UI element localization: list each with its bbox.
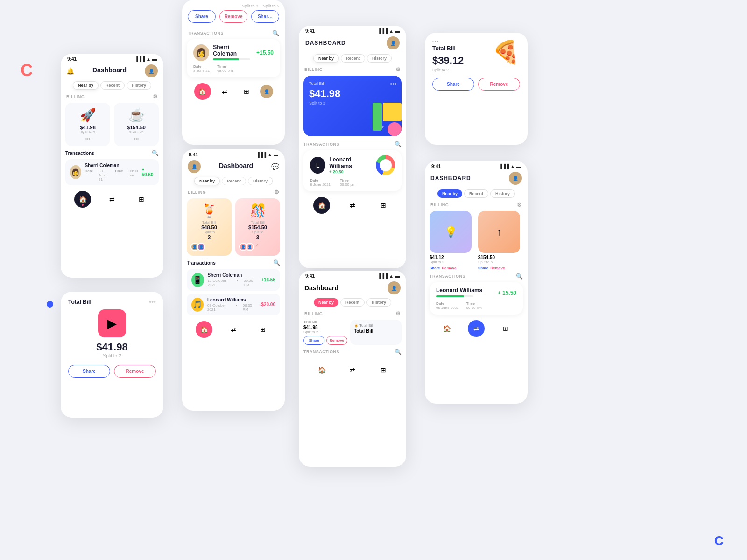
filter-icon-1[interactable]: ⚙ — [153, 93, 158, 100]
status-bar-8: 9:41 ▐▐▐ ▲ ▬ — [425, 161, 528, 170]
remove-8b[interactable]: Remove — [490, 266, 505, 270]
bill-split-num-4a: 2 — [190, 234, 228, 241]
tab-recent-6[interactable]: Recent — [340, 298, 365, 307]
nav-transfer-btn-1[interactable]: ⇄ — [104, 191, 120, 208]
nav-home-btn-3[interactable]: 🏠 — [194, 83, 211, 100]
nav-grid-btn-4[interactable]: ⊞ — [254, 321, 271, 338]
tab-nearby-5[interactable]: Near by — [313, 54, 339, 63]
txn-search-icon-1[interactable]: 🔍 — [152, 150, 159, 156]
filter-icon-5[interactable]: ⚙ — [395, 66, 401, 73]
deco-dot-1 — [47, 301, 53, 308]
tab-history-1[interactable]: History — [127, 81, 151, 90]
remove-button-3[interactable]: Remove — [219, 10, 247, 23]
wifi-6: ▲ — [389, 273, 394, 279]
txn-search-6[interactable]: 🔍 — [395, 349, 402, 355]
filter-icon-6[interactable]: ⚙ — [395, 310, 401, 317]
nav-grid-btn-3[interactable]: ⊞ — [238, 83, 255, 100]
avatar-4a2: 👤 — [197, 243, 205, 251]
tab-recent-5[interactable]: Recent — [341, 54, 365, 63]
tab-recent-4[interactable]: Recent — [222, 177, 246, 185]
tab-pills-1: Near by Recent History — [65, 81, 159, 90]
nav-home-btn-6[interactable]: 🏠 — [313, 362, 330, 378]
nav-grid-btn-5[interactable]: ⊞ — [375, 197, 392, 214]
txn-section-6: TRANSACTIONS 🔍 — [299, 349, 406, 355]
tab-recent-1[interactable]: Recent — [100, 81, 125, 90]
share-button-7[interactable]: Share — [432, 78, 474, 91]
total-bill-actions-2: Share Remove — [68, 365, 156, 378]
nav-home-btn-5[interactable]: 🏠 — [313, 197, 330, 214]
phone-card-2: Total Bill ••• ▶ $41.98 Split to 2 Share… — [61, 292, 163, 418]
bottom-nav-6: 🏠 ⇄ ⊞ — [299, 358, 406, 382]
remove-6a[interactable]: Remove — [326, 336, 347, 345]
bill-card-6a: Total Bill $41.98 Split to 2 Share Remov… — [303, 320, 347, 345]
remove-button-2[interactable]: Remove — [114, 365, 156, 378]
nav-transfer-btn-6[interactable]: ⇄ — [344, 362, 361, 378]
total-bill-icon-2: ▶ — [98, 309, 126, 337]
tab-history-6[interactable]: History — [366, 298, 391, 307]
tab-recent-8[interactable]: Recent — [464, 189, 488, 198]
status-icons-4: ▐▐▐ ▲ ▬ — [256, 152, 278, 157]
tab-history-4[interactable]: History — [248, 177, 273, 185]
nav-home-btn-8[interactable]: 🏠 — [438, 320, 455, 337]
status-bar-1: 9:41 ▐▐▐ ▲ ▬ — [61, 54, 163, 63]
remove-8a[interactable]: Remove — [442, 266, 456, 270]
avatar-6: 👤 — [388, 281, 401, 294]
nav-home-btn-1[interactable]: 🏠 — [74, 191, 91, 208]
txn-avatar-4b: 🎵 — [191, 298, 204, 312]
bill-amount-1b: $154.50 — [118, 125, 155, 130]
bell-button-1[interactable]: 🔔 — [66, 67, 74, 75]
donut-inner-5 — [380, 159, 392, 171]
txn-search-4[interactable]: 🔍 — [273, 259, 280, 266]
nav-grid-btn-8[interactable]: ⊞ — [497, 320, 514, 337]
nav-transfer-btn-4[interactable]: ⇄ — [225, 321, 242, 338]
total-bill-split-2: Split to 2 — [68, 353, 156, 358]
nav-grid-btn-1[interactable]: ⊞ — [133, 191, 150, 208]
share-button-2[interactable]: Share — [68, 365, 110, 378]
phone-header-4: 👤 Dashboard 💬 — [182, 158, 285, 175]
txn-search-8[interactable]: 🔍 — [516, 273, 523, 280]
bill-card-1a: 🚀 $41.98 Split to 2 ••• — [65, 103, 110, 146]
share-6a[interactable]: Share — [303, 336, 324, 345]
txn-info-4a: Sherri Coleman 11 October 2021 • 05:00 P… — [208, 273, 258, 287]
billing-row-1: 🚀 $41.98 Split to 2 ••• ☕ $154.50 Split … — [61, 103, 163, 146]
blue-card-shapes-5 — [373, 103, 402, 136]
status-bar-4: 9:41 ▐▐▐ ▲ ▬ — [182, 149, 285, 158]
tab-nearby-4[interactable]: Near by — [194, 177, 220, 185]
nav-transfer-btn-8[interactable]: ⇄ — [468, 320, 485, 337]
bill-card-4b: 🎊 Total Bill $154.50 Split to 3 👤 👤 ↗ — [235, 198, 280, 256]
phone-title-6: Dashboard — [304, 284, 338, 292]
phone7-info: • • • Total Bill $39.12 Split to 2 — [432, 39, 464, 72]
nav-transfer-btn-3[interactable]: ⇄ — [216, 83, 233, 100]
txn-info-5: Leonard Williams + 20.50 — [329, 156, 372, 174]
tab-nearby-1[interactable]: Near by — [73, 81, 99, 90]
filter-icon-4[interactable]: ⚙ — [274, 189, 279, 196]
tab-history-8[interactable]: History — [490, 189, 515, 198]
share-button-3[interactable]: Share — [188, 10, 216, 23]
txn-name-1: Sherri Coleman — [85, 163, 138, 168]
share-button-3b[interactable]: Shar… — [251, 10, 279, 23]
nav-grid-btn-6[interactable]: ⊞ — [375, 362, 392, 378]
bottom-nav-1: 🏠 ⇄ ⊞ — [61, 187, 163, 211]
nav-home-btn-4[interactable]: 🏠 — [196, 321, 212, 338]
txn-search-5[interactable]: 🔍 — [395, 141, 402, 147]
remove-button-7[interactable]: Remove — [478, 78, 520, 91]
txn-label-3: TRANSACTIONS — [188, 31, 224, 35]
bill-dots-1b[interactable]: ••• — [118, 136, 155, 141]
tab-nearby-8[interactable]: Near by — [437, 189, 462, 198]
date-label-5: Date — [310, 178, 331, 182]
bill-split-8a: Split to 2 — [430, 260, 474, 264]
txn-search-3[interactable]: 🔍 — [272, 30, 279, 36]
total-bill-dots-2[interactable]: ••• — [149, 298, 156, 306]
tab-history-5[interactable]: History — [367, 54, 392, 63]
txn-meta-5: Date8 June 2021 Time09:00 pm — [310, 178, 395, 187]
share-8a[interactable]: Share — [430, 266, 440, 270]
nav-transfer-btn-5[interactable]: ⇄ — [344, 197, 361, 214]
gradient-bill-8a: 💡 — [430, 211, 472, 253]
txn-amount-4b: -$20.00 — [260, 302, 275, 307]
bill-split-1b: Split to 5 — [118, 130, 155, 134]
share-8b[interactable]: Share — [478, 266, 488, 270]
filter-icon-8[interactable]: ⚙ — [517, 202, 522, 208]
tab-nearby-6[interactable]: Near by — [314, 298, 338, 307]
bill-dots-1a[interactable]: ••• — [69, 136, 106, 141]
txn-section-4: Transactions 🔍 📱 Sherri Coleman 11 Octob… — [182, 259, 285, 315]
